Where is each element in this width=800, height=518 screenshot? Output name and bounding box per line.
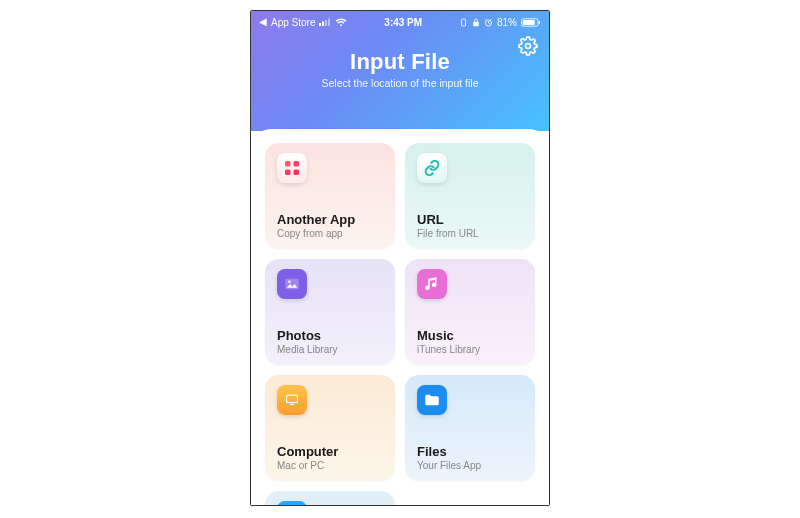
svg-rect-2: [325, 20, 327, 26]
svg-rect-19: [290, 404, 295, 405]
header-gradient: ◀ App Store 3:43 PM: [251, 11, 549, 131]
svg-rect-9: [539, 21, 540, 24]
svg-rect-12: [294, 161, 300, 167]
card-label: Computer: [277, 444, 383, 459]
phone-frame: ◀ App Store 3:43 PM: [250, 10, 550, 506]
card-sub: iTunes Library: [417, 344, 523, 355]
card-label: Another App: [277, 212, 383, 227]
svg-rect-0: [319, 23, 321, 26]
page-subtitle: Select the location of the input file: [251, 77, 549, 89]
title-wrap: Input File Select the location of the in…: [251, 49, 549, 89]
photos-icon: [277, 269, 307, 299]
card-sub: File from URL: [417, 228, 523, 239]
back-app-label[interactable]: App Store: [271, 17, 315, 28]
status-time: 3:43 PM: [384, 17, 422, 28]
status-right: 81%: [459, 17, 541, 28]
svg-rect-3: [328, 19, 330, 27]
signal-icon: [319, 18, 331, 26]
card-label: Photos: [277, 328, 383, 343]
page-title: Input File: [251, 49, 549, 75]
apps-icon: [277, 153, 307, 183]
card-computer[interactable]: Computer Mac or PC: [265, 375, 395, 481]
status-left: ◀ App Store: [259, 17, 347, 28]
card-label: URL: [417, 212, 523, 227]
gear-icon: [518, 36, 538, 56]
card-another-app[interactable]: Another App Copy from app: [265, 143, 395, 249]
svg-point-10: [526, 44, 531, 49]
source-grid: Another App Copy from app URL File from …: [265, 143, 535, 506]
clock-icon: [277, 501, 307, 506]
battery-icon: [521, 18, 541, 27]
link-icon: [417, 153, 447, 183]
card-files[interactable]: Files Your Files App: [405, 375, 535, 481]
card-label: Music: [417, 328, 523, 343]
computer-icon: [277, 385, 307, 415]
lock-icon: [472, 18, 480, 27]
card-sub: Copy from app: [277, 228, 383, 239]
card-sub: Your Files App: [417, 460, 523, 471]
svg-rect-11: [285, 161, 291, 167]
battery-pct: 81%: [497, 17, 517, 28]
music-icon: [417, 269, 447, 299]
svg-rect-8: [523, 20, 535, 25]
folder-icon: [417, 385, 447, 415]
card-music[interactable]: Music iTunes Library: [405, 259, 535, 365]
content-sheet: Another App Copy from app URL File from …: [251, 129, 549, 505]
card-url[interactable]: URL File from URL: [405, 143, 535, 249]
svg-rect-4: [461, 19, 465, 26]
svg-rect-1: [322, 22, 324, 27]
wifi-icon: [335, 18, 347, 27]
settings-button[interactable]: [517, 35, 539, 57]
card-sub: Mac or PC: [277, 460, 383, 471]
card-label: Files: [417, 444, 523, 459]
svg-rect-14: [294, 170, 300, 176]
status-bar: ◀ App Store 3:43 PM: [251, 11, 549, 31]
card-history[interactable]: History: [265, 491, 395, 506]
back-arrow-icon[interactable]: ◀: [259, 17, 267, 27]
svg-rect-13: [285, 170, 291, 176]
portrait-lock-icon: [459, 18, 468, 27]
svg-rect-18: [287, 396, 297, 402]
svg-rect-5: [473, 21, 479, 26]
alarm-icon: [484, 18, 493, 27]
card-sub: Media Library: [277, 344, 383, 355]
card-photos[interactable]: Photos Media Library: [265, 259, 395, 365]
svg-point-16: [288, 281, 290, 283]
